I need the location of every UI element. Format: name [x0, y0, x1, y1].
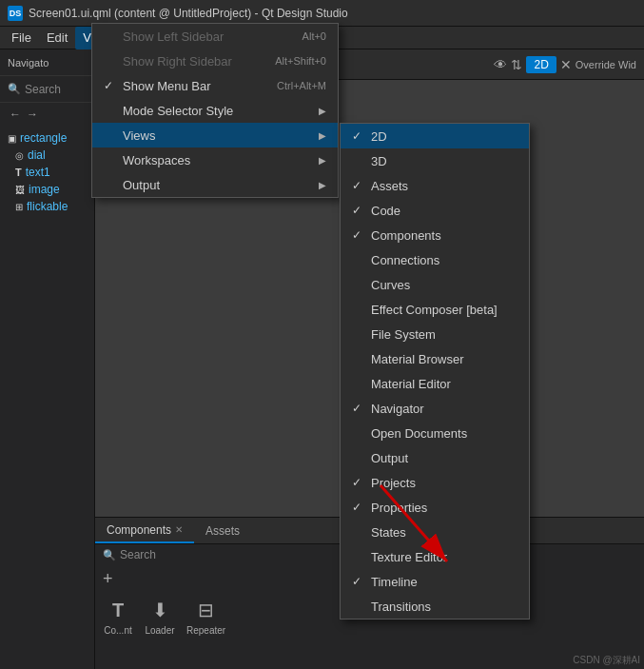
file-system-label: File System: [371, 327, 517, 342]
texture-editor-label: Texture Editor: [371, 550, 517, 564]
navigator-search-label: Search: [25, 83, 61, 96]
2d-check: ✓: [352, 129, 371, 143]
component-repeater-icon[interactable]: ⊟ Repeater: [186, 597, 225, 636]
menu-output[interactable]: Output ▶: [92, 172, 338, 197]
repeater-component-icon: ⊟: [191, 597, 222, 623]
submenu-3d[interactable]: 3D: [341, 148, 529, 173]
menu-edit[interactable]: Edit: [39, 27, 75, 49]
component-text-icon[interactable]: T Co...nt: [103, 597, 133, 636]
menu-show-right-sidebar[interactable]: Show Right Sidebar Alt+Shift+0: [92, 49, 338, 73]
bottom-search-label: Search: [120, 548, 156, 561]
submenu-material-editor[interactable]: Material Editor: [341, 371, 529, 396]
tab-assets[interactable]: Assets: [194, 518, 251, 543]
rectangle-icon: ▣: [8, 133, 16, 144]
output-label: Output: [371, 451, 517, 465]
flickable-label: flickable: [27, 200, 68, 213]
rectangle-label: rectangle: [20, 131, 67, 145]
tree-item-image[interactable]: 🖼 image: [0, 181, 94, 198]
text-component-label: Co...nt: [104, 625, 131, 636]
tree-item-rectangle[interactable]: ▣ rectangle: [0, 129, 94, 147]
flickable-icon: ⊞: [15, 202, 23, 212]
submenu-navigator[interactable]: ✓ Navigator: [341, 396, 529, 421]
submenu-connections[interactable]: Connections: [341, 247, 529, 272]
navigator-nav-buttons: ← →: [0, 103, 94, 126]
navigator-search-bar: 🔍 Search: [0, 76, 94, 103]
submenu-effect-composer[interactable]: Effect Composer [beta]: [341, 297, 529, 322]
tree-item-dial[interactable]: ◎ dial: [0, 147, 94, 164]
submenu-2d[interactable]: ✓ 2D: [341, 124, 529, 148]
tab-components[interactable]: Components ✕: [95, 518, 194, 543]
tree-item-flickable[interactable]: ⊞ flickable: [0, 198, 94, 215]
assets-check: ✓: [352, 179, 371, 192]
connections-label: Connections: [371, 253, 517, 267]
show-menu-bar-label: Show Menu Bar: [123, 79, 258, 93]
submenu-properties[interactable]: ✓ Properties: [341, 495, 529, 520]
menu-file[interactable]: File: [4, 27, 39, 49]
text-component-icon: T: [103, 597, 133, 623]
transitions-label: Transitions: [371, 600, 517, 614]
navigator-label: Navigator: [371, 402, 517, 416]
views-arrow: ▶: [319, 130, 326, 141]
submenu-file-system[interactable]: File System: [341, 322, 529, 346]
properties-check: ✓: [352, 501, 371, 514]
submenu-transitions[interactable]: Transitions: [341, 594, 529, 619]
title-bar-text: Screen01.ui.qml (content @ UntitledProje…: [29, 7, 348, 20]
timeline-label: Timeline: [371, 575, 517, 589]
3d-label: 3D: [371, 154, 517, 168]
components-check: ✓: [352, 228, 371, 242]
submenu-output[interactable]: Output: [341, 445, 529, 470]
components-label: Components: [371, 228, 517, 243]
menu-show-left-sidebar[interactable]: Show Left Sidebar Alt+0: [92, 24, 338, 49]
search-icon: 🔍: [8, 83, 21, 95]
nav-forward-button[interactable]: →: [25, 106, 40, 123]
workspaces-arrow: ▶: [319, 155, 326, 166]
submenu-timeline[interactable]: ✓ Timeline: [341, 569, 529, 594]
submenu-texture-editor[interactable]: Texture Editor: [341, 544, 529, 569]
nav-back-button[interactable]: ←: [8, 106, 23, 123]
image-icon: 🖼: [15, 185, 25, 195]
navigator-check: ✓: [352, 402, 371, 415]
dial-icon: ◎: [15, 150, 24, 161]
submenu-components[interactable]: ✓ Components: [341, 223, 529, 247]
menu-workspaces[interactable]: Workspaces ▶: [92, 148, 338, 172]
submenu-material-browser[interactable]: Material Browser: [341, 346, 529, 371]
projects-label: Projects: [371, 476, 517, 490]
properties-label: Properties: [371, 501, 517, 515]
components-tab-close[interactable]: ✕: [175, 524, 183, 535]
dial-label: dial: [28, 148, 46, 162]
2d-label: 2D: [371, 129, 517, 144]
submenu-curves[interactable]: Curves: [341, 272, 529, 297]
show-left-sidebar-label: Show Left Sidebar: [123, 30, 283, 44]
curves-label: Curves: [371, 278, 517, 292]
canvas-close-button[interactable]: ✕: [560, 57, 572, 72]
repeater-component-label: Repeater: [186, 625, 225, 636]
output-arrow: ▶: [319, 180, 326, 190]
text-icon: T: [15, 167, 22, 178]
submenu-code[interactable]: ✓ Code: [341, 198, 529, 223]
submenu-states[interactable]: States: [341, 520, 529, 544]
loader-component-label: Loader: [145, 625, 174, 636]
component-loader-icon[interactable]: ⬇ Loader: [145, 597, 175, 636]
bottom-search-icon: 🔍: [103, 549, 116, 561]
show-right-sidebar-shortcut: Alt+Shift+0: [275, 55, 326, 67]
eye-icon[interactable]: 👁: [494, 57, 507, 72]
menu-mode-selector-style[interactable]: Mode Selector Style ▶: [92, 98, 338, 123]
material-browser-label: Material Browser: [371, 352, 517, 366]
2d-mode-button[interactable]: 2D: [526, 56, 556, 73]
submenu-assets[interactable]: ✓ Assets: [341, 173, 529, 198]
material-editor-label: Material Editor: [371, 377, 517, 391]
text1-label: text1: [26, 166, 50, 179]
menu-views[interactable]: Views ▶ ✓ 2D 3D ✓ Assets ✓ Code: [92, 123, 338, 148]
views-submenu: ✓ 2D 3D ✓ Assets ✓ Code ✓ Components: [340, 123, 530, 620]
submenu-open-documents[interactable]: Open Documents: [341, 421, 529, 445]
mode-selector-arrow: ▶: [319, 106, 326, 116]
assets-tab-label: Assets: [205, 524, 240, 538]
components-tab-label: Components: [107, 523, 171, 537]
app-icon: DS: [8, 6, 23, 21]
tree-item-text1[interactable]: T text1: [0, 164, 94, 181]
code-check: ✓: [352, 204, 371, 217]
navigator-title: Navigato: [8, 57, 49, 69]
menu-show-menu-bar[interactable]: ✓ Show Menu Bar Ctrl+Alt+M: [92, 73, 338, 98]
swap-icon[interactable]: ⇅: [511, 57, 522, 72]
submenu-projects[interactable]: ✓ Projects: [341, 470, 529, 495]
